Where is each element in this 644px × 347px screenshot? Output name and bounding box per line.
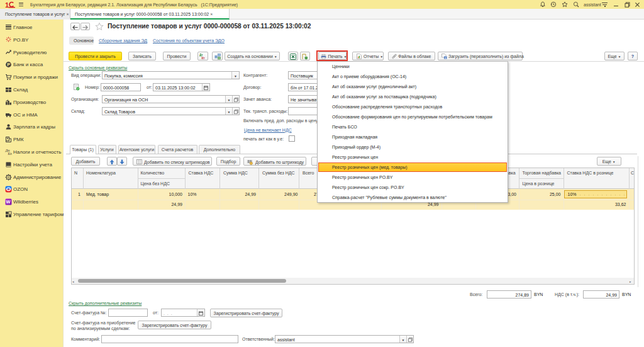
svg-text:Кт: Кт [7,152,12,156]
svg-text:1: 1 [5,1,9,8]
svg-text:P: P [7,62,10,67]
svg-text:Кт: Кт [201,56,205,59]
svg-text:W: W [6,199,10,205]
